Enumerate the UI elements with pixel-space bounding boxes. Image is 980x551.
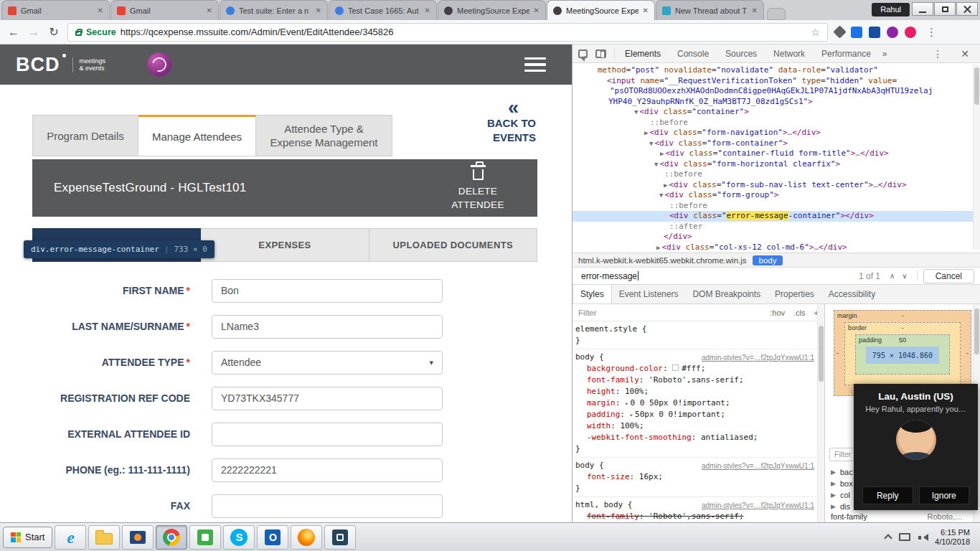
dom-node[interactable]: ::before [573,169,980,180]
css-property[interactable]: font-family: 'Roboto',sans-serif; [573,511,824,522]
tray-expand-icon[interactable] [884,534,892,542]
dom-node[interactable]: ::before [573,201,980,212]
fax-input[interactable] [212,494,443,518]
devtools-tab-console[interactable]: Console [675,49,711,59]
css-selector[interactable]: html, body [575,500,623,509]
reply-button[interactable]: Reply [862,486,913,504]
extension-icon-3[interactable] [869,27,880,38]
browser-tab[interactable]: New Thread about T✕ [656,0,764,20]
more-tabs-icon[interactable]: » [882,49,887,59]
back-to-events-link[interactable]: « BACK TO EVENTS [450,99,536,146]
search-next-icon[interactable]: ∨ [898,272,910,280]
computed-property[interactable]: font-family Roboto,… [825,512,969,521]
dom-node[interactable]: ▼<div class="form-group"> [573,190,980,201]
delete-attendee-button[interactable]: DELETE ATTENDEE [444,164,512,212]
extension-icon-5[interactable] [905,27,916,38]
devtools-tab-elements[interactable]: Elements [623,49,663,59]
dom-node[interactable]: ::after [573,222,980,232]
back-icon[interactable]: ← [7,26,20,39]
start-button[interactable]: Start [3,527,52,548]
tab-close-icon[interactable]: ✕ [752,6,758,14]
volume-icon[interactable] [918,533,927,542]
css-property[interactable]: font-size: 16px; [573,471,824,483]
devtools-tab-sources[interactable]: Sources [723,49,759,59]
profile-button[interactable]: Rahul [872,3,910,17]
tab-program-details[interactable]: Program Details [32,115,138,156]
cancel-search-button[interactable]: Cancel [923,269,974,283]
dom-node[interactable]: ▼<div class="form-horizontal clearfix"> [573,159,980,170]
dom-node[interactable]: ▶<div class="col-xs-12 col-md-6">…</div> [573,242,980,253]
tab-manage-attendees[interactable]: Manage Attendees [138,115,256,156]
first-name-input[interactable] [212,279,443,303]
tab-close-icon[interactable]: ✕ [425,6,430,14]
stylesheet-link[interactable]: admin-styles?v=…f2tpJqYxwwU1:1 [702,352,814,364]
elements-scrollbar[interactable] [973,65,980,250]
dom-node[interactable]: method="post" novalidate="novalidate" da… [573,65,980,76]
media-player-taskbar-button[interactable] [122,525,154,550]
dom-node[interactable]: <input name="__RequestVerificationToken"… [573,76,980,87]
stylesheet-link[interactable]: admin-styles?v=…f2tpJqYxwwU1:1 [702,500,814,512]
browser-tab[interactable]: Test Case 1665: Aut✕ [329,0,437,20]
device-toolbar-icon[interactable] [595,50,606,58]
extension-icon-4[interactable] [887,27,898,38]
dom-node[interactable]: YHP40_Y29auhpRNnfK_0Z_HaM3BT7J_08zd1gSCs… [573,97,980,108]
extension-icon-2[interactable] [851,27,862,38]
dom-node[interactable]: ::before [573,118,980,128]
dom-node[interactable]: ▼<div class="form-container"> [573,138,980,149]
breadcrumb-path[interactable]: html.k-webkit.k-webkit65.webkit.chrome.w… [578,256,747,265]
outlook-taskbar-button[interactable]: O [257,525,288,550]
dom-node[interactable]: ▶<div class="form-navigation">…</div> [573,128,980,138]
css-selector[interactable]: body [575,352,595,362]
class-toggle[interactable]: .cls [793,309,806,317]
external-attendee-id-input[interactable] [212,423,443,446]
url-text[interactable]: https://qcexpense.mssuite.com/Admin/Even… [121,27,807,37]
browser-tab[interactable]: MeetingSource Exper✕ [438,0,546,20]
chrome-taskbar-button[interactable] [156,525,187,550]
minimize-button[interactable] [912,2,933,16]
dom-node[interactable]: </div> [573,232,980,242]
ts-app-taskbar-button[interactable] [324,525,356,550]
css-property[interactable]: -webkit-font-smoothing: antialiased; [573,432,824,443]
attendee-type-select[interactable]: Attendee▾ [212,351,443,375]
styles-filter[interactable]: Filter [578,309,597,317]
inspect-element-icon[interactable] [578,50,588,58]
styles-tab-dom-breakpoints[interactable]: DOM Breakpoints [685,285,768,303]
css-selector[interactable]: body [575,461,595,470]
breadcrumb-selected[interactable]: body [753,255,783,265]
search-query[interactable]: error-message [581,271,637,281]
address-bar[interactable]: Secure https://qcexpense.mssuite.com/Adm… [67,23,828,42]
tab-close-icon[interactable]: ✕ [534,6,540,14]
tab-close-icon[interactable]: ✕ [207,6,212,14]
styles-tab-event-listeners[interactable]: Event Listeners [612,285,686,303]
new-tab-button[interactable] [767,8,786,20]
display-icon[interactable] [899,533,910,541]
css-property[interactable]: font-family: 'Roboto',sans-serif; [573,375,824,386]
phone-input[interactable] [212,458,443,482]
styles-tab-styles[interactable]: Styles [573,285,612,303]
styles-scrollbar[interactable] [817,304,824,522]
css-property[interactable]: height: 100%; [573,386,824,397]
tab-close-icon[interactable]: ✕ [98,6,103,14]
css-property[interactable]: width: 100%; [573,420,824,432]
registration-ref-code-input[interactable] [212,387,443,410]
ie-taskbar-button[interactable]: e [55,525,86,550]
styles-tab-properties[interactable]: Properties [768,285,821,303]
browser-tab[interactable]: Test suite: Enter a n✕ [220,0,328,20]
firefox-taskbar-button[interactable] [291,525,322,550]
tab-close-icon[interactable]: ✕ [643,6,649,14]
hover-toggle[interactable]: :hov [770,309,785,317]
search-previous-icon[interactable]: ∧ [886,272,898,280]
close-button[interactable] [956,2,978,16]
devtools-menu-icon[interactable]: ⋮ [928,48,948,60]
tab-close-icon[interactable]: ✕ [316,6,321,14]
browser-tab[interactable]: Gmail✕ [110,0,219,20]
styles-tab-accessibility[interactable]: Accessibility [821,285,882,303]
last-name-input[interactable] [212,315,443,339]
forward-icon[interactable]: → [27,26,40,39]
dom-node[interactable]: "psOTORd8UOOexzhXHAOdnDodmnC8igpe0HAqGEk… [573,86,980,97]
extension-icon-1[interactable] [833,25,846,38]
devtools-close-icon[interactable]: ✕ [956,48,974,60]
css-property[interactable]: margin: ▸0 0 50px 0!important; [573,397,824,409]
hamburger-menu-icon[interactable] [524,57,546,72]
subtab-uploaded-documents[interactable]: UPLOADED DOCUMENTS [369,228,537,262]
